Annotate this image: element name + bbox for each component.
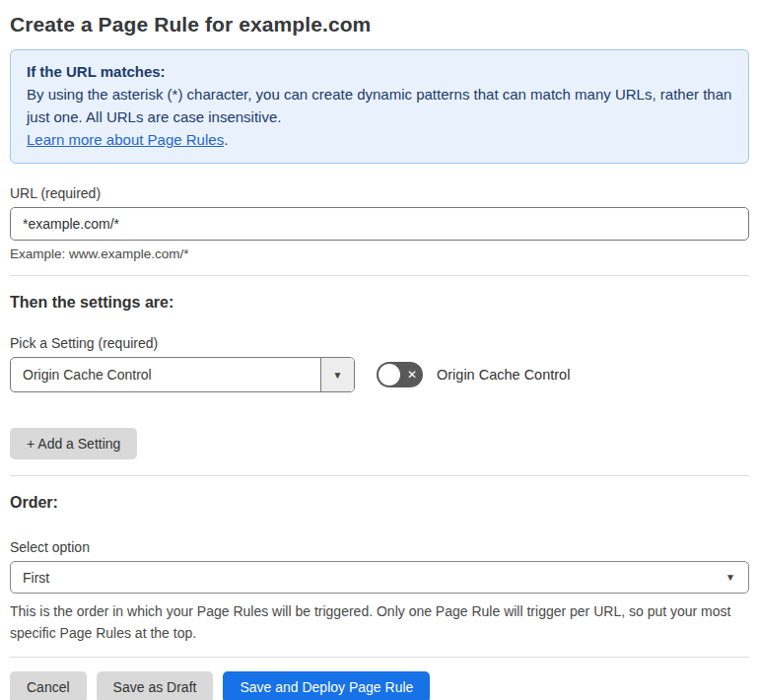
info-box-heading: If the URL matches: (27, 60, 732, 83)
order-select[interactable]: First ▼ (10, 561, 749, 594)
page-rule-form: Create a Page Rule for example.com If th… (0, 0, 759, 700)
toggle-knob (379, 364, 400, 385)
url-input[interactable] (10, 207, 749, 241)
divider (10, 475, 749, 476)
cancel-button[interactable]: Cancel (10, 671, 87, 700)
setting-select[interactable]: Origin Cache Control ▼ (10, 357, 355, 392)
save-as-draft-button[interactable]: Save as Draft (97, 671, 214, 700)
divider (10, 275, 749, 276)
url-match-info-box: If the URL matches: By using the asteris… (10, 49, 749, 164)
order-section-heading: Order: (10, 494, 749, 512)
page-title: Create a Page Rule for example.com (10, 10, 749, 39)
order-select-value: First (11, 562, 725, 593)
save-and-deploy-button[interactable]: Save and Deploy Page Rule (223, 671, 430, 700)
setting-select-value: Origin Cache Control (11, 358, 320, 391)
setting-select-arrow-button[interactable]: ▼ (320, 358, 354, 391)
setting-row: Origin Cache Control ▼ ✕ Origin Cache Co… (10, 357, 749, 392)
footer-actions: Cancel Save as Draft Save and Deploy Pag… (10, 671, 749, 700)
divider (10, 657, 749, 658)
chevron-down-icon: ▼ (725, 562, 748, 593)
order-select-label: Select option (10, 539, 749, 555)
chevron-down-icon: ▼ (333, 370, 343, 381)
url-helper-text: Example: www.example.com/* (10, 246, 749, 261)
origin-cache-control-toggle[interactable]: ✕ (377, 362, 423, 387)
link-suffix: . (224, 131, 228, 148)
toggle-label: Origin Cache Control (437, 367, 570, 383)
pick-setting-label: Pick a Setting (required) (10, 335, 749, 351)
order-helper-text: This is the order in which your Page Rul… (10, 600, 749, 644)
toggle-off-x-icon: ✕ (401, 362, 423, 387)
info-box-link-line: Learn more about Page Rules. (27, 128, 732, 151)
url-label: URL (required) (10, 185, 749, 201)
learn-more-link[interactable]: Learn more about Page Rules (27, 131, 224, 148)
settings-section-heading: Then the settings are: (10, 294, 749, 312)
add-setting-button[interactable]: + Add a Setting (10, 428, 137, 459)
info-box-body: By using the asterisk (*) character, you… (27, 83, 732, 128)
